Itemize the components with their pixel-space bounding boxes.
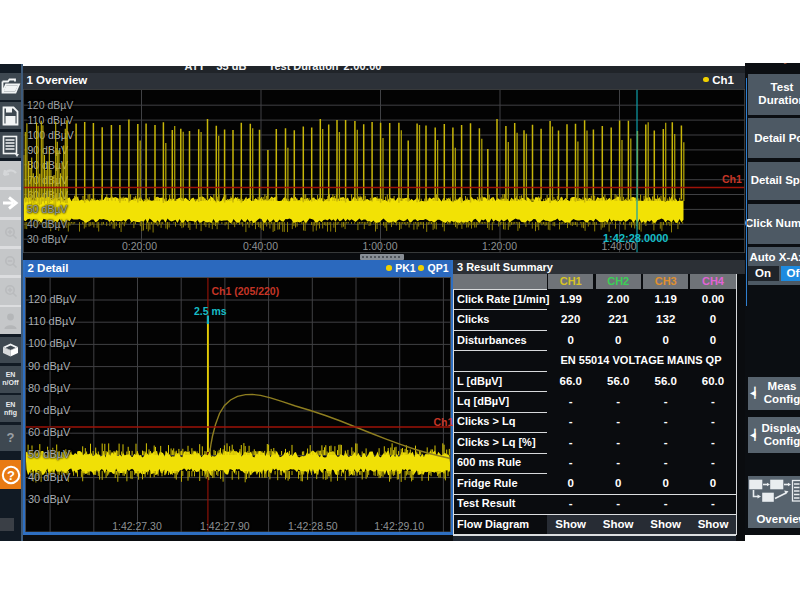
svg-text:?: ? — [7, 468, 15, 483]
svg-text:90 dBµV: 90 dBµV — [27, 144, 68, 156]
svg-text:110 dBµV: 110 dBµV — [27, 114, 73, 126]
